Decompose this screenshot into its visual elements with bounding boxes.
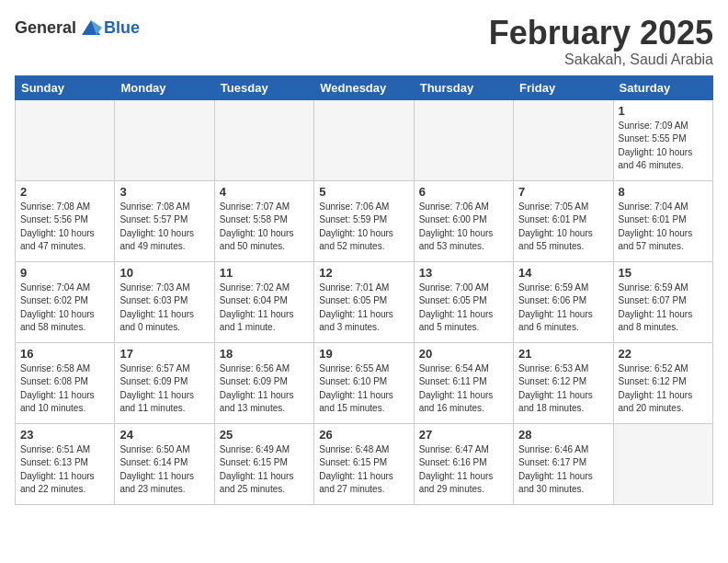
day-number: 6 [419, 185, 508, 199]
day-number: 27 [419, 428, 508, 442]
week-row-3: 16Sunrise: 6:58 AM Sunset: 6:08 PM Dayli… [16, 342, 713, 423]
calendar-cell: 9Sunrise: 7:04 AM Sunset: 6:02 PM Daylig… [16, 261, 115, 342]
week-row-4: 23Sunrise: 6:51 AM Sunset: 6:13 PM Dayli… [16, 423, 713, 504]
calendar-cell: 16Sunrise: 6:58 AM Sunset: 6:08 PM Dayli… [16, 342, 115, 423]
calendar-cell: 2Sunrise: 7:08 AM Sunset: 5:56 PM Daylig… [16, 180, 115, 261]
calendar-cell: 23Sunrise: 6:51 AM Sunset: 6:13 PM Dayli… [16, 423, 115, 504]
day-number: 19 [319, 347, 408, 361]
calendar-body: 1Sunrise: 7:09 AM Sunset: 5:55 PM Daylig… [16, 99, 713, 504]
day-info: Sunrise: 6:48 AM Sunset: 6:15 PM Dayligh… [319, 443, 408, 497]
weekday-saturday: Saturday [613, 75, 712, 99]
calendar-cell [214, 99, 313, 180]
calendar-cell [115, 99, 214, 180]
day-number: 15 [619, 266, 708, 280]
calendar-cell: 8Sunrise: 7:04 AM Sunset: 6:01 PM Daylig… [613, 180, 712, 261]
calendar-cell: 27Sunrise: 6:47 AM Sunset: 6:16 PM Dayli… [414, 423, 513, 504]
day-info: Sunrise: 6:52 AM Sunset: 6:12 PM Dayligh… [619, 362, 708, 416]
logo: General Blue [15, 15, 140, 40]
calendar-cell: 20Sunrise: 6:54 AM Sunset: 6:11 PM Dayli… [414, 342, 513, 423]
day-number: 4 [220, 185, 309, 199]
calendar-cell: 13Sunrise: 7:00 AM Sunset: 6:05 PM Dayli… [414, 261, 513, 342]
calendar-cell: 1Sunrise: 7:09 AM Sunset: 5:55 PM Daylig… [613, 99, 712, 180]
logo-blue: Blue [104, 19, 140, 36]
calendar-cell [514, 99, 613, 180]
day-info: Sunrise: 7:01 AM Sunset: 6:05 PM Dayligh… [319, 282, 408, 335]
location-title: Sakakah, Saudi Arabia [489, 52, 713, 68]
day-info: Sunrise: 6:47 AM Sunset: 6:16 PM Dayligh… [419, 443, 508, 497]
weekday-wednesday: Wednesday [314, 75, 414, 99]
day-number: 23 [20, 428, 109, 442]
calendar-cell: 11Sunrise: 7:02 AM Sunset: 6:04 PM Dayli… [214, 261, 313, 342]
day-info: Sunrise: 7:05 AM Sunset: 6:01 PM Dayligh… [518, 201, 608, 254]
day-info: Sunrise: 6:57 AM Sunset: 6:09 PM Dayligh… [119, 362, 209, 416]
day-number: 5 [319, 185, 408, 199]
calendar-cell: 5Sunrise: 7:06 AM Sunset: 5:59 PM Daylig… [314, 180, 414, 261]
day-info: Sunrise: 6:46 AM Sunset: 6:17 PM Dayligh… [518, 443, 608, 497]
day-number: 26 [319, 428, 408, 442]
weekday-sunday: Sunday [16, 75, 115, 99]
weekday-friday: Friday [514, 75, 613, 99]
month-title: February 2025 [489, 15, 713, 52]
week-row-2: 9Sunrise: 7:04 AM Sunset: 6:02 PM Daylig… [16, 261, 713, 342]
day-number: 22 [619, 347, 708, 361]
title-area: February 2025 Sakakah, Saudi Arabia [489, 15, 713, 68]
day-number: 2 [20, 185, 109, 199]
day-info: Sunrise: 7:09 AM Sunset: 5:55 PM Dayligh… [619, 120, 708, 173]
day-info: Sunrise: 7:00 AM Sunset: 6:05 PM Dayligh… [419, 282, 508, 335]
calendar-cell: 24Sunrise: 6:50 AM Sunset: 6:14 PM Dayli… [115, 423, 214, 504]
day-info: Sunrise: 7:06 AM Sunset: 6:00 PM Dayligh… [419, 201, 508, 254]
calendar-cell: 18Sunrise: 6:56 AM Sunset: 6:09 PM Dayli… [214, 342, 313, 423]
weekday-tuesday: Tuesday [214, 75, 313, 99]
day-info: Sunrise: 6:51 AM Sunset: 6:13 PM Dayligh… [20, 443, 109, 497]
calendar-cell: 25Sunrise: 6:49 AM Sunset: 6:15 PM Dayli… [214, 423, 313, 504]
calendar-cell: 12Sunrise: 7:01 AM Sunset: 6:05 PM Dayli… [314, 261, 414, 342]
calendar-cell: 22Sunrise: 6:52 AM Sunset: 6:12 PM Dayli… [613, 342, 712, 423]
page-header: General Blue February 2025 Sakakah, Saud… [15, 15, 713, 68]
day-number: 3 [119, 185, 209, 199]
day-info: Sunrise: 6:50 AM Sunset: 6:14 PM Dayligh… [119, 443, 209, 497]
weekday-thursday: Thursday [414, 75, 513, 99]
logo-icon [78, 15, 104, 40]
day-number: 24 [119, 428, 209, 442]
calendar-cell: 21Sunrise: 6:53 AM Sunset: 6:12 PM Dayli… [514, 342, 613, 423]
day-number: 14 [518, 266, 608, 280]
day-number: 13 [419, 266, 508, 280]
day-number: 1 [619, 104, 708, 118]
calendar-cell [414, 99, 513, 180]
day-info: Sunrise: 6:59 AM Sunset: 6:06 PM Dayligh… [518, 282, 608, 335]
day-number: 12 [319, 266, 408, 280]
day-info: Sunrise: 6:59 AM Sunset: 6:07 PM Dayligh… [619, 282, 708, 335]
day-info: Sunrise: 6:49 AM Sunset: 6:15 PM Dayligh… [220, 443, 309, 497]
week-row-0: 1Sunrise: 7:09 AM Sunset: 5:55 PM Daylig… [16, 99, 713, 180]
weekday-monday: Monday [115, 75, 214, 99]
day-info: Sunrise: 7:06 AM Sunset: 5:59 PM Dayligh… [319, 201, 408, 254]
day-number: 16 [20, 347, 109, 361]
calendar-cell: 10Sunrise: 7:03 AM Sunset: 6:03 PM Dayli… [115, 261, 214, 342]
day-number: 7 [518, 185, 608, 199]
calendar-cell: 28Sunrise: 6:46 AM Sunset: 6:17 PM Dayli… [514, 423, 613, 504]
day-info: Sunrise: 6:55 AM Sunset: 6:10 PM Dayligh… [319, 362, 408, 416]
day-number: 17 [119, 347, 209, 361]
calendar-cell: 19Sunrise: 6:55 AM Sunset: 6:10 PM Dayli… [314, 342, 414, 423]
day-info: Sunrise: 7:07 AM Sunset: 5:58 PM Dayligh… [220, 201, 309, 254]
day-info: Sunrise: 7:08 AM Sunset: 5:56 PM Dayligh… [20, 201, 109, 254]
day-number: 8 [619, 185, 708, 199]
day-number: 10 [119, 266, 209, 280]
calendar-cell [16, 99, 115, 180]
day-number: 21 [518, 347, 608, 361]
day-info: Sunrise: 7:02 AM Sunset: 6:04 PM Dayligh… [220, 282, 309, 335]
calendar-cell [314, 99, 414, 180]
day-info: Sunrise: 7:03 AM Sunset: 6:03 PM Dayligh… [119, 282, 209, 335]
day-number: 20 [419, 347, 508, 361]
calendar-cell: 4Sunrise: 7:07 AM Sunset: 5:58 PM Daylig… [214, 180, 313, 261]
day-info: Sunrise: 6:53 AM Sunset: 6:12 PM Dayligh… [518, 362, 608, 416]
day-number: 25 [220, 428, 309, 442]
day-info: Sunrise: 6:56 AM Sunset: 6:09 PM Dayligh… [220, 362, 309, 416]
calendar-cell: 26Sunrise: 6:48 AM Sunset: 6:15 PM Dayli… [314, 423, 414, 504]
calendar-table: SundayMondayTuesdayWednesdayThursdayFrid… [15, 75, 713, 505]
day-number: 11 [220, 266, 309, 280]
calendar-cell: 6Sunrise: 7:06 AM Sunset: 6:00 PM Daylig… [414, 180, 513, 261]
day-info: Sunrise: 7:04 AM Sunset: 6:02 PM Dayligh… [20, 282, 109, 335]
calendar-cell: 14Sunrise: 6:59 AM Sunset: 6:06 PM Dayli… [514, 261, 613, 342]
calendar-cell: 15Sunrise: 6:59 AM Sunset: 6:07 PM Dayli… [613, 261, 712, 342]
